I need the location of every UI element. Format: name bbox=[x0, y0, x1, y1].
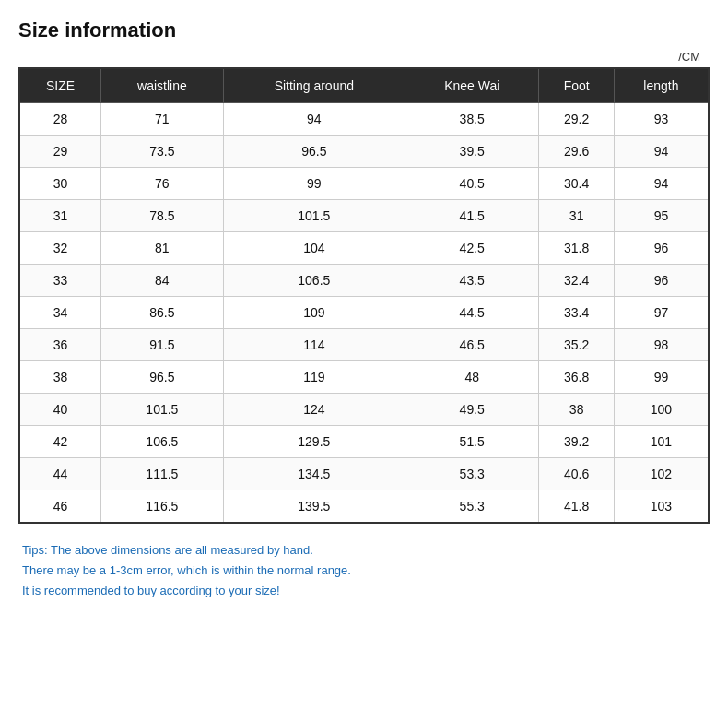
table-row: 3486.510944.533.497 bbox=[19, 297, 709, 329]
table-cell: 99 bbox=[223, 168, 405, 200]
table-cell: 38.5 bbox=[405, 103, 539, 136]
table-cell: 106.5 bbox=[101, 426, 223, 458]
table-cell: 119 bbox=[223, 361, 405, 394]
table-cell: 32.4 bbox=[539, 265, 614, 297]
table-cell: 103 bbox=[614, 490, 709, 524]
table-cell: 96.5 bbox=[101, 361, 223, 394]
table-cell: 94 bbox=[614, 168, 709, 200]
table-cell: 93 bbox=[614, 103, 709, 136]
table-cell: 109 bbox=[223, 297, 405, 329]
table-cell: 41.5 bbox=[405, 200, 539, 232]
table-cell: 39.2 bbox=[539, 426, 614, 458]
table-cell: 96.5 bbox=[223, 136, 405, 168]
table-cell: 139.5 bbox=[223, 490, 405, 524]
table-cell: 102 bbox=[614, 458, 709, 490]
table-row: 3691.511446.535.298 bbox=[19, 329, 709, 361]
tips-line3: It is recommended to buy according to yo… bbox=[22, 581, 710, 601]
table-cell: 36 bbox=[19, 329, 101, 361]
table-cell: 51.5 bbox=[405, 426, 539, 458]
table-cell: 78.5 bbox=[101, 200, 223, 232]
table-cell: 31 bbox=[539, 200, 614, 232]
table-cell: 42 bbox=[19, 426, 101, 458]
table-cell: 94 bbox=[223, 103, 405, 136]
tips-line1: Tips: The above dimensions are all measu… bbox=[22, 540, 710, 561]
table-cell: 101.5 bbox=[223, 200, 405, 232]
tips-section: Tips: The above dimensions are all measu… bbox=[18, 540, 710, 601]
table-cell: 100 bbox=[614, 394, 709, 426]
table-cell: 35.2 bbox=[539, 329, 614, 361]
table-cell: 49.5 bbox=[405, 394, 539, 426]
size-table: SIZEwaistlineSitting aroundKnee WaiFootl… bbox=[18, 67, 710, 524]
table-row: 3896.51194836.899 bbox=[19, 361, 709, 394]
table-cell: 33.4 bbox=[539, 297, 614, 329]
table-cell: 95 bbox=[614, 200, 709, 232]
table-cell: 42.5 bbox=[405, 232, 539, 265]
table-cell: 43.5 bbox=[405, 265, 539, 297]
table-cell: 29.2 bbox=[539, 103, 614, 136]
table-header: Foot bbox=[539, 68, 614, 103]
table-cell: 94 bbox=[614, 136, 709, 168]
table-cell: 114 bbox=[223, 329, 405, 361]
table-row: 3384106.543.532.496 bbox=[19, 265, 709, 297]
table-cell: 33 bbox=[19, 265, 101, 297]
table-cell: 134.5 bbox=[223, 458, 405, 490]
table-cell: 31.8 bbox=[539, 232, 614, 265]
table-row: 40101.512449.538100 bbox=[19, 394, 709, 426]
table-cell: 73.5 bbox=[101, 136, 223, 168]
table-row: 3178.5101.541.53195 bbox=[19, 200, 709, 232]
table-cell: 31 bbox=[19, 200, 101, 232]
tips-line2: There may be a 1-3cm error, which is wit… bbox=[22, 561, 710, 581]
table-header: length bbox=[614, 68, 709, 103]
table-cell: 116.5 bbox=[101, 490, 223, 524]
table-header: waistline bbox=[101, 68, 223, 103]
table-cell: 29 bbox=[19, 136, 101, 168]
table-cell: 41.8 bbox=[539, 490, 614, 524]
table-cell: 46.5 bbox=[405, 329, 539, 361]
table-row: 44111.5134.553.340.6102 bbox=[19, 458, 709, 490]
table-cell: 46 bbox=[19, 490, 101, 524]
table-cell: 55.3 bbox=[405, 490, 539, 524]
table-cell: 101.5 bbox=[101, 394, 223, 426]
table-cell: 81 bbox=[101, 232, 223, 265]
table-cell: 40.5 bbox=[405, 168, 539, 200]
table-cell: 86.5 bbox=[101, 297, 223, 329]
table-row: 42106.5129.551.539.2101 bbox=[19, 426, 709, 458]
table-cell: 106.5 bbox=[223, 265, 405, 297]
table-row: 46116.5139.555.341.8103 bbox=[19, 490, 709, 524]
table-cell: 99 bbox=[614, 361, 709, 394]
table-cell: 97 bbox=[614, 297, 709, 329]
page-title: Size information bbox=[18, 18, 710, 42]
table-cell: 91.5 bbox=[101, 329, 223, 361]
table-cell: 101 bbox=[614, 426, 709, 458]
table-cell: 40 bbox=[19, 394, 101, 426]
table-row: 28719438.529.293 bbox=[19, 103, 709, 136]
table-cell: 28 bbox=[19, 103, 101, 136]
table-cell: 71 bbox=[101, 103, 223, 136]
table-cell: 76 bbox=[101, 168, 223, 200]
table-header: Knee Wai bbox=[405, 68, 539, 103]
table-cell: 30.4 bbox=[539, 168, 614, 200]
table-cell: 104 bbox=[223, 232, 405, 265]
table-cell: 44 bbox=[19, 458, 101, 490]
table-cell: 98 bbox=[614, 329, 709, 361]
table-cell: 40.6 bbox=[539, 458, 614, 490]
unit-label: /CM bbox=[18, 50, 710, 64]
table-cell: 30 bbox=[19, 168, 101, 200]
table-cell: 38 bbox=[539, 394, 614, 426]
table-cell: 53.3 bbox=[405, 458, 539, 490]
table-row: 328110442.531.896 bbox=[19, 232, 709, 265]
table-header: Sitting around bbox=[223, 68, 405, 103]
table-cell: 124 bbox=[223, 394, 405, 426]
table-cell: 32 bbox=[19, 232, 101, 265]
table-cell: 34 bbox=[19, 297, 101, 329]
table-cell: 84 bbox=[101, 265, 223, 297]
table-cell: 96 bbox=[614, 232, 709, 265]
table-cell: 44.5 bbox=[405, 297, 539, 329]
table-cell: 39.5 bbox=[405, 136, 539, 168]
table-row: 2973.596.539.529.694 bbox=[19, 136, 709, 168]
table-cell: 36.8 bbox=[539, 361, 614, 394]
table-header: SIZE bbox=[19, 68, 101, 103]
table-cell: 38 bbox=[19, 361, 101, 394]
table-cell: 29.6 bbox=[539, 136, 614, 168]
table-cell: 129.5 bbox=[223, 426, 405, 458]
